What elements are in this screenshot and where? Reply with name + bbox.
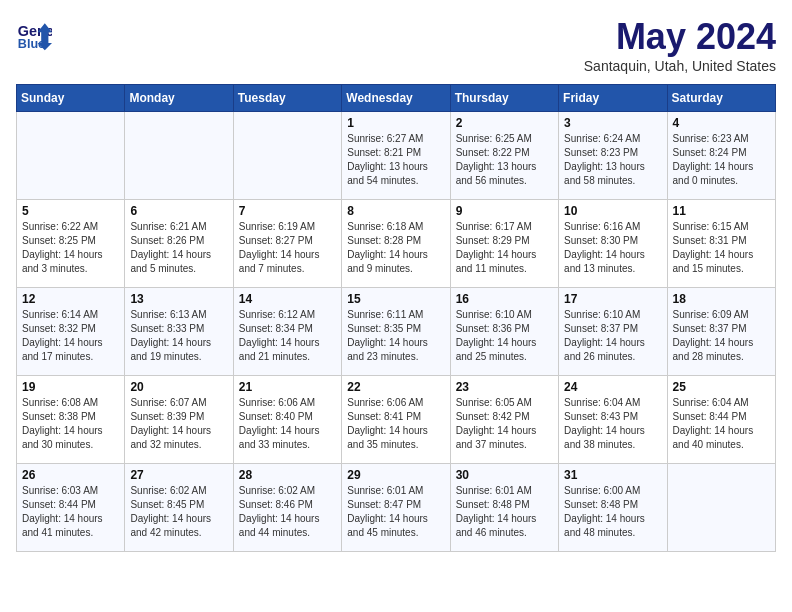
calendar-cell: 10Sunrise: 6:16 AMSunset: 8:30 PMDayligh… <box>559 200 667 288</box>
week-row-1: 1Sunrise: 6:27 AMSunset: 8:21 PMDaylight… <box>17 112 776 200</box>
week-row-2: 5Sunrise: 6:22 AMSunset: 8:25 PMDaylight… <box>17 200 776 288</box>
day-number: 28 <box>239 468 336 482</box>
day-number: 15 <box>347 292 444 306</box>
day-number: 31 <box>564 468 661 482</box>
calendar-cell: 6Sunrise: 6:21 AMSunset: 8:26 PMDaylight… <box>125 200 233 288</box>
cell-info: Sunrise: 6:01 AMSunset: 8:48 PMDaylight:… <box>456 484 553 540</box>
calendar-cell: 21Sunrise: 6:06 AMSunset: 8:40 PMDayligh… <box>233 376 341 464</box>
calendar-cell: 19Sunrise: 6:08 AMSunset: 8:38 PMDayligh… <box>17 376 125 464</box>
weekday-header-saturday: Saturday <box>667 85 775 112</box>
day-number: 2 <box>456 116 553 130</box>
calendar-cell: 9Sunrise: 6:17 AMSunset: 8:29 PMDaylight… <box>450 200 558 288</box>
calendar-cell: 18Sunrise: 6:09 AMSunset: 8:37 PMDayligh… <box>667 288 775 376</box>
day-number: 10 <box>564 204 661 218</box>
cell-info: Sunrise: 6:06 AMSunset: 8:40 PMDaylight:… <box>239 396 336 452</box>
week-row-3: 12Sunrise: 6:14 AMSunset: 8:32 PMDayligh… <box>17 288 776 376</box>
cell-info: Sunrise: 6:14 AMSunset: 8:32 PMDaylight:… <box>22 308 119 364</box>
calendar-cell: 7Sunrise: 6:19 AMSunset: 8:27 PMDaylight… <box>233 200 341 288</box>
logo: General Blue <box>16 16 52 52</box>
cell-info: Sunrise: 6:10 AMSunset: 8:37 PMDaylight:… <box>564 308 661 364</box>
cell-info: Sunrise: 6:07 AMSunset: 8:39 PMDaylight:… <box>130 396 227 452</box>
weekday-header-row: SundayMondayTuesdayWednesdayThursdayFrid… <box>17 85 776 112</box>
day-number: 30 <box>456 468 553 482</box>
cell-info: Sunrise: 6:24 AMSunset: 8:23 PMDaylight:… <box>564 132 661 188</box>
cell-info: Sunrise: 6:05 AMSunset: 8:42 PMDaylight:… <box>456 396 553 452</box>
calendar-cell: 26Sunrise: 6:03 AMSunset: 8:44 PMDayligh… <box>17 464 125 552</box>
weekday-header-thursday: Thursday <box>450 85 558 112</box>
day-number: 14 <box>239 292 336 306</box>
calendar-cell <box>125 112 233 200</box>
calendar-cell: 24Sunrise: 6:04 AMSunset: 8:43 PMDayligh… <box>559 376 667 464</box>
day-number: 4 <box>673 116 770 130</box>
calendar-cell: 3Sunrise: 6:24 AMSunset: 8:23 PMDaylight… <box>559 112 667 200</box>
calendar-cell: 15Sunrise: 6:11 AMSunset: 8:35 PMDayligh… <box>342 288 450 376</box>
calendar-cell: 22Sunrise: 6:06 AMSunset: 8:41 PMDayligh… <box>342 376 450 464</box>
day-number: 18 <box>673 292 770 306</box>
calendar-cell: 13Sunrise: 6:13 AMSunset: 8:33 PMDayligh… <box>125 288 233 376</box>
calendar-cell: 12Sunrise: 6:14 AMSunset: 8:32 PMDayligh… <box>17 288 125 376</box>
day-number: 8 <box>347 204 444 218</box>
weekday-header-friday: Friday <box>559 85 667 112</box>
calendar-cell: 31Sunrise: 6:00 AMSunset: 8:48 PMDayligh… <box>559 464 667 552</box>
week-row-5: 26Sunrise: 6:03 AMSunset: 8:44 PMDayligh… <box>17 464 776 552</box>
day-number: 3 <box>564 116 661 130</box>
calendar-cell: 25Sunrise: 6:04 AMSunset: 8:44 PMDayligh… <box>667 376 775 464</box>
day-number: 23 <box>456 380 553 394</box>
calendar-cell: 29Sunrise: 6:01 AMSunset: 8:47 PMDayligh… <box>342 464 450 552</box>
day-number: 12 <box>22 292 119 306</box>
day-number: 1 <box>347 116 444 130</box>
day-number: 17 <box>564 292 661 306</box>
cell-info: Sunrise: 6:03 AMSunset: 8:44 PMDaylight:… <box>22 484 119 540</box>
calendar-cell: 1Sunrise: 6:27 AMSunset: 8:21 PMDaylight… <box>342 112 450 200</box>
calendar-cell <box>233 112 341 200</box>
weekday-header-tuesday: Tuesday <box>233 85 341 112</box>
title-block: May 2024 Santaquin, Utah, United States <box>584 16 776 74</box>
cell-info: Sunrise: 6:27 AMSunset: 8:21 PMDaylight:… <box>347 132 444 188</box>
calendar-cell: 2Sunrise: 6:25 AMSunset: 8:22 PMDaylight… <box>450 112 558 200</box>
cell-info: Sunrise: 6:02 AMSunset: 8:46 PMDaylight:… <box>239 484 336 540</box>
weekday-header-sunday: Sunday <box>17 85 125 112</box>
cell-info: Sunrise: 6:18 AMSunset: 8:28 PMDaylight:… <box>347 220 444 276</box>
calendar-cell: 5Sunrise: 6:22 AMSunset: 8:25 PMDaylight… <box>17 200 125 288</box>
cell-info: Sunrise: 6:06 AMSunset: 8:41 PMDaylight:… <box>347 396 444 452</box>
day-number: 13 <box>130 292 227 306</box>
day-number: 21 <box>239 380 336 394</box>
cell-info: Sunrise: 6:04 AMSunset: 8:43 PMDaylight:… <box>564 396 661 452</box>
calendar-cell: 20Sunrise: 6:07 AMSunset: 8:39 PMDayligh… <box>125 376 233 464</box>
calendar-cell <box>17 112 125 200</box>
cell-info: Sunrise: 6:16 AMSunset: 8:30 PMDaylight:… <box>564 220 661 276</box>
day-number: 7 <box>239 204 336 218</box>
weekday-header-wednesday: Wednesday <box>342 85 450 112</box>
calendar-cell: 23Sunrise: 6:05 AMSunset: 8:42 PMDayligh… <box>450 376 558 464</box>
cell-info: Sunrise: 6:10 AMSunset: 8:36 PMDaylight:… <box>456 308 553 364</box>
cell-info: Sunrise: 6:00 AMSunset: 8:48 PMDaylight:… <box>564 484 661 540</box>
day-number: 20 <box>130 380 227 394</box>
day-number: 27 <box>130 468 227 482</box>
day-number: 25 <box>673 380 770 394</box>
cell-info: Sunrise: 6:19 AMSunset: 8:27 PMDaylight:… <box>239 220 336 276</box>
cell-info: Sunrise: 6:13 AMSunset: 8:33 PMDaylight:… <box>130 308 227 364</box>
calendar-cell: 4Sunrise: 6:23 AMSunset: 8:24 PMDaylight… <box>667 112 775 200</box>
calendar-cell: 30Sunrise: 6:01 AMSunset: 8:48 PMDayligh… <box>450 464 558 552</box>
day-number: 29 <box>347 468 444 482</box>
location: Santaquin, Utah, United States <box>584 58 776 74</box>
day-number: 16 <box>456 292 553 306</box>
cell-info: Sunrise: 6:08 AMSunset: 8:38 PMDaylight:… <box>22 396 119 452</box>
weekday-header-monday: Monday <box>125 85 233 112</box>
day-number: 5 <box>22 204 119 218</box>
day-number: 22 <box>347 380 444 394</box>
cell-info: Sunrise: 6:02 AMSunset: 8:45 PMDaylight:… <box>130 484 227 540</box>
cell-info: Sunrise: 6:09 AMSunset: 8:37 PMDaylight:… <box>673 308 770 364</box>
cell-info: Sunrise: 6:11 AMSunset: 8:35 PMDaylight:… <box>347 308 444 364</box>
calendar-cell: 27Sunrise: 6:02 AMSunset: 8:45 PMDayligh… <box>125 464 233 552</box>
day-number: 9 <box>456 204 553 218</box>
calendar-cell: 16Sunrise: 6:10 AMSunset: 8:36 PMDayligh… <box>450 288 558 376</box>
cell-info: Sunrise: 6:15 AMSunset: 8:31 PMDaylight:… <box>673 220 770 276</box>
day-number: 11 <box>673 204 770 218</box>
cell-info: Sunrise: 6:12 AMSunset: 8:34 PMDaylight:… <box>239 308 336 364</box>
calendar-cell: 11Sunrise: 6:15 AMSunset: 8:31 PMDayligh… <box>667 200 775 288</box>
cell-info: Sunrise: 6:04 AMSunset: 8:44 PMDaylight:… <box>673 396 770 452</box>
calendar-cell: 17Sunrise: 6:10 AMSunset: 8:37 PMDayligh… <box>559 288 667 376</box>
calendar-cell: 14Sunrise: 6:12 AMSunset: 8:34 PMDayligh… <box>233 288 341 376</box>
day-number: 24 <box>564 380 661 394</box>
